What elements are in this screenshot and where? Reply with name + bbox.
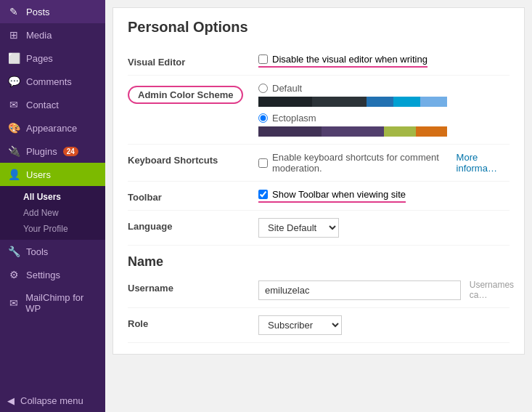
mailchimp-icon: ✉	[7, 297, 20, 309]
page-title: Personal Options	[128, 19, 510, 36]
keyboard-shortcuts-row: Keyboard Shortcuts Enable keyboard short…	[128, 145, 510, 182]
language-content: Site DefaultEnglish (US)Other	[258, 218, 510, 238]
username-row: Username Usernames ca…	[128, 272, 510, 308]
tools-icon: 🔧	[7, 246, 20, 257]
keyboard-shortcuts-checkbox[interactable]	[258, 158, 268, 168]
keyboard-shortcuts-label: Keyboard Shortcuts	[128, 152, 258, 166]
appearance-icon: 🎨	[7, 122, 20, 134]
swatch-e2	[322, 126, 385, 137]
language-row: Language Site DefaultEnglish (US)Other	[128, 211, 510, 246]
role-content: SubscriberContributorAuthorEditorAdminis…	[258, 315, 510, 335]
plugins-icon: 🔌	[7, 145, 20, 157]
submenu-all-users[interactable]: All Users	[23, 189, 105, 205]
admin-color-scheme-content: Default Ect	[258, 83, 510, 137]
sidebar-item-plugins[interactable]: 🔌 Plugins 24	[0, 140, 105, 163]
color-scheme-options: Default Ect	[258, 83, 510, 137]
visual-editor-checkbox[interactable]	[258, 54, 268, 64]
plugins-badge: 24	[63, 147, 78, 156]
toolbar-label: Toolbar	[128, 189, 258, 203]
role-row: Role SubscriberContributorAuthorEditorAd…	[128, 308, 510, 343]
sidebar-item-mailchimp[interactable]: ✉ MailChimp for WP	[0, 286, 105, 320]
name-section-title: Name	[128, 246, 510, 272]
username-label: Username	[128, 280, 258, 294]
color-scheme-ectoplasm-label: Ectoplasm	[272, 113, 316, 124]
admin-color-scheme-label: Admin Color Scheme	[128, 86, 243, 104]
collapse-label: Collapse menu	[20, 395, 83, 406]
swatch-1	[258, 97, 312, 107]
language-select[interactable]: Site DefaultEnglish (US)Other	[258, 218, 339, 238]
sidebar-item-users[interactable]: 👤 Users	[0, 163, 105, 186]
keyboard-shortcuts-checkbox-label: Enable keyboard shortcuts for comment mo…	[272, 152, 452, 174]
main-content: Personal Options Visual Editor Disable t…	[105, 0, 532, 412]
users-submenu: All Users Add New Your Profile	[0, 186, 105, 240]
role-label: Role	[128, 315, 258, 329]
visual-editor-highlight: Disable the visual editor when writing	[258, 54, 427, 68]
content-area: Personal Options Visual Editor Disable t…	[112, 7, 525, 355]
sidebar-item-label: Users	[26, 169, 51, 180]
sidebar-item-label: Pages	[26, 53, 53, 64]
toolbar-highlight: Show Toolbar when viewing site	[258, 189, 406, 203]
keyboard-shortcuts-checkbox-row: Enable keyboard shortcuts for comment mo…	[258, 152, 510, 174]
sidebar-item-label: Tools	[26, 246, 48, 257]
sidebar-item-comments[interactable]: 💬 Comments	[0, 70, 105, 93]
comments-icon: 💬	[7, 76, 20, 87]
swatch-e3	[384, 126, 415, 137]
keyboard-shortcuts-content: Enable keyboard shortcuts for comment mo…	[258, 152, 510, 174]
visual-editor-checkbox-label: Disable the visual editor when writing	[272, 54, 427, 65]
sidebar: ✎ Posts ⊞ Media ⬜ Pages 💬 Comments ✉ Con…	[0, 0, 105, 412]
swatch-e1	[258, 126, 322, 137]
collapse-icon: ◀	[7, 395, 15, 406]
visual-editor-content: Disable the visual editor when writing	[258, 54, 510, 68]
swatch-3	[367, 97, 393, 107]
contact-icon: ✉	[7, 99, 20, 110]
sidebar-item-label: MailChimp for WP	[25, 292, 98, 314]
sidebar-item-label: Media	[26, 30, 52, 41]
sidebar-item-tools[interactable]: 🔧 Tools	[0, 240, 105, 263]
username-note: Usernames ca…	[470, 280, 530, 300]
username-input[interactable]	[258, 280, 461, 300]
sidebar-item-label: Contact	[26, 100, 59, 110]
swatch-e4	[416, 126, 447, 137]
color-scheme-ectoplasm-radio[interactable]	[258, 113, 268, 123]
sidebar-item-label: Settings	[26, 270, 60, 280]
sidebar-item-pages[interactable]: ⬜ Pages	[0, 47, 105, 70]
color-scheme-default: Default	[258, 83, 510, 107]
users-icon: 👤	[7, 169, 20, 180]
admin-color-scheme-label-cell: Admin Color Scheme	[128, 83, 258, 104]
color-scheme-default-radio[interactable]	[258, 84, 268, 93]
more-info-link[interactable]: More informa…	[457, 152, 510, 174]
toolbar-row: Toolbar Show Toolbar when viewing site	[128, 182, 510, 211]
swatch-4	[393, 97, 420, 107]
sidebar-item-label: Comments	[26, 76, 72, 87]
pages-icon: ⬜	[7, 52, 20, 64]
role-select[interactable]: SubscriberContributorAuthorEditorAdminis…	[258, 315, 342, 335]
visual-editor-label: Visual Editor	[128, 54, 258, 68]
visual-editor-row: Visual Editor Disable the visual editor …	[128, 47, 510, 76]
color-scheme-ectoplasm-radio-row: Ectoplasm	[258, 113, 510, 124]
admin-color-scheme-row: Admin Color Scheme Default	[128, 76, 510, 145]
collapse-menu[interactable]: ◀ Collapse menu	[0, 389, 105, 412]
settings-icon: ⚙	[7, 269, 20, 280]
color-scheme-default-swatches	[258, 97, 447, 107]
sidebar-item-media[interactable]: ⊞ Media	[0, 23, 105, 47]
toolbar-checkbox[interactable]	[258, 190, 268, 199]
toolbar-content: Show Toolbar when viewing site	[258, 189, 510, 203]
media-icon: ⊞	[7, 29, 20, 41]
submenu-add-new[interactable]: Add New	[23, 205, 105, 221]
swatch-2	[312, 97, 366, 107]
color-scheme-ectoplasm: Ectoplasm	[258, 113, 510, 137]
sidebar-item-contact[interactable]: ✉ Contact	[0, 93, 105, 116]
username-content: Usernames ca…	[258, 280, 529, 300]
sidebar-item-appearance[interactable]: 🎨 Appearance	[0, 116, 105, 140]
color-scheme-default-label: Default	[272, 83, 302, 94]
color-scheme-default-radio-row: Default	[258, 83, 510, 94]
posts-icon: ✎	[7, 6, 20, 17]
language-label: Language	[128, 218, 258, 232]
submenu-your-profile[interactable]: Your Profile	[23, 221, 105, 237]
swatch-5	[420, 97, 447, 107]
sidebar-item-label: Posts	[26, 7, 50, 17]
sidebar-item-settings[interactable]: ⚙ Settings	[0, 263, 105, 286]
sidebar-item-label: Appearance	[26, 123, 77, 134]
toolbar-checkbox-label: Show Toolbar when viewing site	[272, 189, 406, 200]
sidebar-item-posts[interactable]: ✎ Posts	[0, 0, 105, 23]
